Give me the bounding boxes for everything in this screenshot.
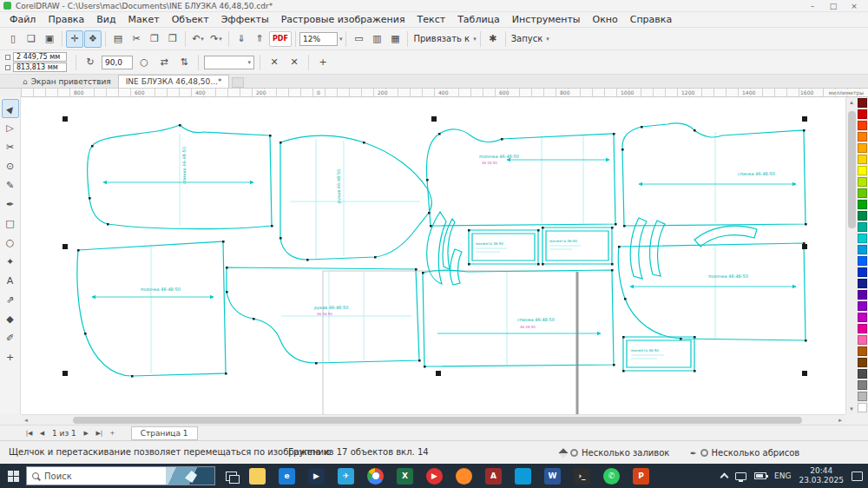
minimize-button[interactable]: – <box>802 0 823 11</box>
launch-dropdown[interactable]: Запуск <box>511 34 543 43</box>
copy-button[interactable]: ❐ <box>146 30 163 48</box>
mirror-horizontal-button[interactable]: ⇄ <box>155 54 173 71</box>
palette-swatch[interactable] <box>858 245 867 254</box>
palette-swatch[interactable] <box>858 256 867 266</box>
shape-tool[interactable]: ▷ <box>2 118 19 137</box>
cut-button[interactable]: ✂ <box>128 30 145 48</box>
chevron-down-icon[interactable]: ▾ <box>473 36 477 43</box>
horizontal-scrollbar[interactable]: ◂ ▸ <box>21 414 845 425</box>
ellipse-tool[interactable]: ○ <box>2 233 19 252</box>
menu-effects[interactable]: Эффекты <box>215 12 275 27</box>
menu-tools[interactable]: Инструменты <box>506 12 587 27</box>
photos-icon[interactable] <box>515 468 531 485</box>
show-grid-button[interactable]: ▦ <box>386 30 404 48</box>
close-button[interactable]: × <box>844 0 865 11</box>
menu-bitmaps[interactable]: Растровые изображения <box>275 12 411 27</box>
snap-to-dropdown[interactable]: Привязать к <box>413 34 470 43</box>
edge-icon[interactable]: e <box>279 468 295 485</box>
chrome-icon[interactable] <box>367 468 384 485</box>
palette-swatch[interactable] <box>858 98 867 108</box>
menu-help[interactable]: Справка <box>624 12 678 27</box>
whatsapp-icon[interactable]: ✆ <box>603 468 620 485</box>
rotation-angle-input[interactable] <box>102 56 133 69</box>
pattern-drawing[interactable]: спинка 46-48-50 рукав 46-48-50 полочка 4… <box>21 97 845 414</box>
scroll-up-arrow[interactable]: ▴ <box>846 97 857 108</box>
terminal-icon[interactable]: ›_ <box>574 468 590 485</box>
pick-tool[interactable]: ▶ <box>2 99 19 118</box>
start-button[interactable] <box>0 464 26 488</box>
object-x-input[interactable] <box>13 52 67 62</box>
battery-icon[interactable] <box>754 472 766 479</box>
paint-icon[interactable]: P <box>633 468 649 485</box>
redo-button[interactable]: ↷▾ <box>207 30 225 48</box>
new-tab-stub[interactable] <box>232 77 244 88</box>
palette-swatch[interactable] <box>858 109 867 119</box>
palette-swatch[interactable] <box>858 222 867 232</box>
network-icon[interactable] <box>735 472 746 480</box>
palette-swatch[interactable] <box>858 301 867 311</box>
add-page-button[interactable]: + <box>106 427 119 439</box>
palette-swatch[interactable] <box>858 403 867 412</box>
menu-window[interactable]: Окно <box>587 12 624 27</box>
palette-swatch[interactable] <box>858 177 867 187</box>
scroll-down-arrow[interactable]: ▾ <box>846 404 857 414</box>
zoom-level-input[interactable] <box>299 32 338 46</box>
palette-swatch[interactable] <box>858 200 867 209</box>
undo-button[interactable]: ↶▾ <box>189 30 207 48</box>
palette-swatch[interactable] <box>858 234 867 243</box>
last-page-button[interactable]: ▶| <box>93 427 106 439</box>
menu-file[interactable]: Файл <box>3 12 42 27</box>
menu-text[interactable]: Текст <box>411 12 452 27</box>
add-tool-button[interactable]: + <box>2 347 19 366</box>
object-y-input[interactable] <box>13 63 67 72</box>
fill-tool[interactable]: ◆ <box>2 309 19 328</box>
show-rulers-button[interactable]: ▥ <box>368 30 385 48</box>
tab-welcome-screen[interactable]: ⌂ Экран приветствия <box>16 75 118 88</box>
palette-swatch[interactable] <box>858 211 867 221</box>
import-button[interactable]: ⇓ <box>233 30 250 48</box>
vertical-scrollbar[interactable]: ▴ ▾ <box>845 97 857 414</box>
movies-tv-icon[interactable]: ▶ <box>308 468 325 485</box>
drawing-canvas[interactable]: спинка 46-48-50 рукав 46-48-50 полочка 4… <box>21 97 845 414</box>
keyboard-language[interactable]: ENG <box>774 472 791 480</box>
outline-indicator[interactable]: ✒ Несколько абрисов <box>690 448 799 458</box>
new-document-button[interactable]: ▯ <box>4 30 22 48</box>
save-button[interactable]: ▣ <box>41 30 58 48</box>
palette-swatch[interactable] <box>858 335 867 345</box>
youtube-icon[interactable]: ▶ <box>426 468 443 485</box>
task-view-button[interactable] <box>226 472 237 481</box>
taskbar-search-box[interactable]: Поиск <box>26 466 215 485</box>
crop-tool[interactable]: ✂ <box>2 137 19 156</box>
search-highlight-image[interactable] <box>166 467 214 485</box>
palette-swatch[interactable] <box>858 313 867 322</box>
palette-swatch[interactable] <box>858 132 867 142</box>
palette-swatch[interactable] <box>858 369 867 379</box>
outline-width-dropdown[interactable]: ▾ <box>204 56 254 69</box>
menu-view[interactable]: Вид <box>90 12 122 27</box>
tab-current-document[interactable]: INE БЛУЗКА 46,48,50...* <box>118 75 230 88</box>
vertical-scroll-thumb[interactable] <box>848 111 856 228</box>
previous-page-button[interactable]: ◀ <box>36 427 49 439</box>
next-page-button[interactable]: ▶ <box>80 427 93 439</box>
palette-swatch[interactable] <box>858 324 867 333</box>
fill-indicator[interactable]: Несколько заливок <box>560 448 669 458</box>
palette-swatch[interactable] <box>858 380 867 390</box>
palette-swatch[interactable] <box>858 392 867 401</box>
freehand-tool[interactable]: ✎ <box>2 175 19 195</box>
firefox-icon[interactable] <box>456 468 472 485</box>
palette-swatch[interactable] <box>858 279 867 288</box>
polygon-tool[interactable]: ✦ <box>2 252 19 271</box>
palette-swatch[interactable] <box>858 358 867 367</box>
paste-button[interactable]: ❒ <box>164 30 181 48</box>
palette-swatch[interactable] <box>858 188 867 198</box>
horizontal-ruler[interactable]: 800 600 400 200 0 200 400 600 800 1000 1… <box>21 89 868 97</box>
add-property-button[interactable]: + <box>314 54 332 71</box>
word-icon[interactable]: W <box>544 468 561 485</box>
angle-origin-button[interactable]: ○ <box>135 54 153 71</box>
zoom-mode-button[interactable]: ❖ <box>84 30 102 48</box>
menu-edit[interactable]: Правка <box>42 12 90 27</box>
rectangle-tool[interactable]: □ <box>2 214 19 233</box>
palette-swatch[interactable] <box>858 166 867 175</box>
first-page-button[interactable]: |◀ <box>23 427 36 439</box>
horizontal-scroll-thumb[interactable] <box>73 417 802 424</box>
